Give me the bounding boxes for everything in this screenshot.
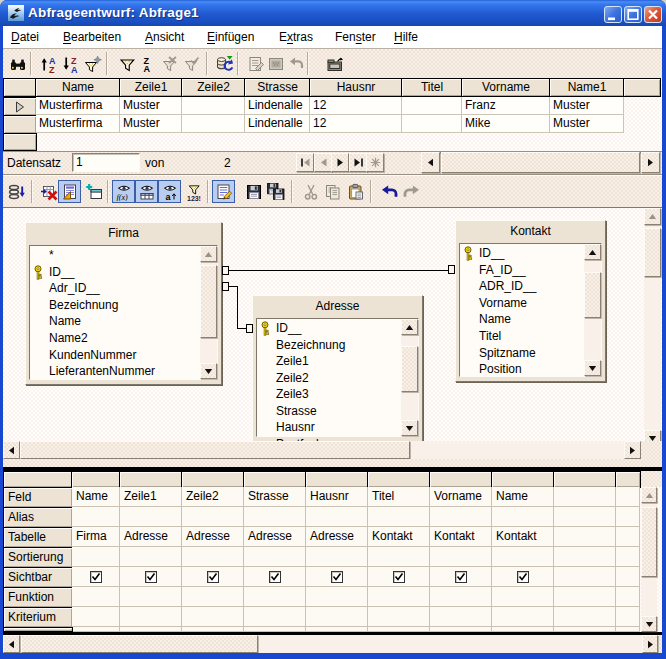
design-hscroll-thumb[interactable] bbox=[20, 441, 410, 459]
datasheet-cell[interactable]: Muster bbox=[550, 115, 624, 133]
grid-cell[interactable] bbox=[368, 587, 430, 607]
grid-cell[interactable]: Name bbox=[72, 487, 120, 507]
standard-filter-button[interactable] bbox=[115, 53, 136, 74]
switch-design-view-button[interactable] bbox=[58, 180, 81, 203]
grid-cell[interactable] bbox=[368, 607, 430, 627]
grid-cell[interactable] bbox=[492, 587, 554, 607]
autofilter-button[interactable] bbox=[82, 53, 103, 74]
datasheet-column-header[interactable]: Zeile1 bbox=[119, 78, 183, 97]
grid-cell[interactable] bbox=[72, 607, 120, 627]
row-selector[interactable] bbox=[3, 115, 37, 134]
field-item[interactable]: FA_ID__ bbox=[460, 262, 583, 279]
grid-hscroll-right-arrow[interactable] bbox=[642, 635, 658, 653]
clear-query-button[interactable] bbox=[38, 181, 59, 202]
menu-item-extras[interactable]: Extras bbox=[279, 26, 313, 48]
grid-cell[interactable] bbox=[120, 587, 182, 607]
datasheet-cell[interactable]: Muster bbox=[550, 97, 624, 115]
maximize-button[interactable] bbox=[624, 6, 642, 23]
grid-cell[interactable] bbox=[72, 507, 120, 527]
grid-cell[interactable]: Adresse bbox=[244, 527, 306, 547]
table-box-title[interactable]: Adresse bbox=[252, 295, 423, 317]
field-item[interactable]: KundenNummer bbox=[30, 347, 199, 364]
field-item[interactable]: Zeile3 bbox=[257, 386, 400, 403]
scroll-thumb[interactable] bbox=[401, 346, 418, 392]
grid-cell[interactable]: Titel bbox=[368, 487, 430, 507]
menu-item-ansicht[interactable]: Ansicht bbox=[145, 26, 184, 48]
grid-cell[interactable] bbox=[554, 487, 616, 507]
grid-cell[interactable] bbox=[554, 587, 616, 607]
grid-cell[interactable] bbox=[554, 547, 616, 567]
grid-cell[interactable] bbox=[616, 567, 640, 587]
datasheet-hscroll-thumb[interactable] bbox=[441, 152, 640, 173]
grid-column-header[interactable] bbox=[181, 471, 245, 488]
sichtbar-checkbox[interactable] bbox=[517, 571, 529, 583]
grid-cell[interactable]: Strasse bbox=[244, 487, 306, 507]
grid-cell[interactable] bbox=[430, 547, 492, 567]
field-item[interactable]: Name bbox=[460, 311, 583, 328]
grid-row-header-funktion[interactable]: Funktion bbox=[3, 587, 73, 608]
field-item[interactable]: Hausnr bbox=[257, 419, 400, 436]
grid-row-header-sortierung[interactable]: Sortierung bbox=[3, 547, 73, 568]
datasheet-cell[interactable]: Lindenalle bbox=[245, 97, 310, 115]
datasheet-cell[interactable]: Muster bbox=[120, 97, 182, 115]
grid-vscroll-up-arrow[interactable] bbox=[641, 487, 657, 503]
datasheet-column-header[interactable]: Titel bbox=[401, 78, 463, 97]
grid-cell[interactable]: Adresse bbox=[120, 527, 182, 547]
scroll-down-arrow[interactable] bbox=[584, 360, 601, 376]
next-record-button[interactable] bbox=[331, 153, 349, 172]
menu-item-fenster[interactable]: Fenster bbox=[335, 26, 376, 48]
grid-cell[interactable] bbox=[554, 567, 616, 587]
datasheet-cell[interactable] bbox=[402, 115, 462, 133]
sort-ascending-button[interactable]: AZ bbox=[38, 53, 59, 74]
edit-data-button[interactable] bbox=[245, 53, 266, 74]
datasheet-cell[interactable]: Lindenalle bbox=[245, 115, 310, 133]
grid-cell[interactable] bbox=[182, 507, 244, 527]
sort-button[interactable]: ZA bbox=[137, 53, 158, 74]
scroll-down-arrow[interactable] bbox=[401, 420, 418, 436]
grid-cell[interactable]: Name bbox=[492, 487, 554, 507]
row-selector-empty[interactable] bbox=[3, 133, 37, 151]
grid-cell[interactable] bbox=[244, 587, 306, 607]
sichtbar-checkbox[interactable] bbox=[269, 571, 281, 583]
find-record-button[interactable] bbox=[7, 53, 28, 74]
remove-filter-sort-button[interactable] bbox=[159, 53, 180, 74]
field-item[interactable]: Name2 bbox=[30, 330, 199, 347]
datasheet-hscroll-left-arrow[interactable] bbox=[421, 152, 440, 173]
undo-data-entry-button[interactable] bbox=[285, 53, 306, 74]
menu-item-hilfe[interactable]: Hilfe bbox=[394, 26, 418, 48]
field-item[interactable]: Bezeichnung bbox=[30, 297, 199, 314]
apply-filter-button[interactable] bbox=[181, 53, 202, 74]
datasheet-column-header[interactable]: Strasse bbox=[244, 78, 311, 97]
scroll-thumb[interactable] bbox=[200, 265, 217, 338]
add-table-button[interactable] bbox=[83, 181, 104, 202]
menu-item-bearbeiten[interactable]: Bearbeiten bbox=[63, 26, 121, 48]
datasheet-cell[interactable]: 12 bbox=[310, 115, 402, 133]
grid-column-header[interactable] bbox=[553, 471, 617, 488]
save-button[interactable] bbox=[243, 181, 264, 202]
grid-cell[interactable] bbox=[244, 547, 306, 567]
grid-hscroll-left-arrow[interactable] bbox=[3, 635, 20, 653]
alias-button[interactable]: a bbox=[158, 180, 181, 203]
field-item[interactable]: Titel bbox=[460, 328, 583, 345]
grid-cell[interactable]: Kontakt bbox=[368, 527, 430, 547]
datasheet-cell[interactable] bbox=[402, 97, 462, 115]
grid-vscroll-thumb[interactable] bbox=[641, 507, 657, 577]
table-name-button[interactable] bbox=[135, 180, 158, 203]
grid-cell[interactable] bbox=[182, 587, 244, 607]
paste-button[interactable] bbox=[345, 181, 366, 202]
datasheet-cell[interactable]: 12 bbox=[310, 97, 402, 115]
undo-button[interactable] bbox=[378, 181, 399, 202]
grid-cell[interactable]: Adresse bbox=[182, 527, 244, 547]
datasheet-cell[interactable]: Mike bbox=[462, 115, 550, 133]
table-box-title[interactable]: Kontakt bbox=[455, 220, 606, 242]
previous-record-button[interactable] bbox=[314, 153, 332, 172]
grid-cell[interactable] bbox=[430, 607, 492, 627]
grid-cell[interactable]: Adresse bbox=[306, 527, 368, 547]
grid-cell[interactable] bbox=[430, 587, 492, 607]
field-item[interactable]: * bbox=[30, 247, 199, 264]
datasheet-corner-header[interactable] bbox=[3, 78, 37, 97]
scroll-up-arrow[interactable] bbox=[584, 244, 601, 260]
grid-cell[interactable] bbox=[368, 507, 430, 527]
field-item[interactable]: ID__ bbox=[257, 320, 400, 337]
design-hscroll-right-arrow[interactable] bbox=[624, 441, 641, 459]
